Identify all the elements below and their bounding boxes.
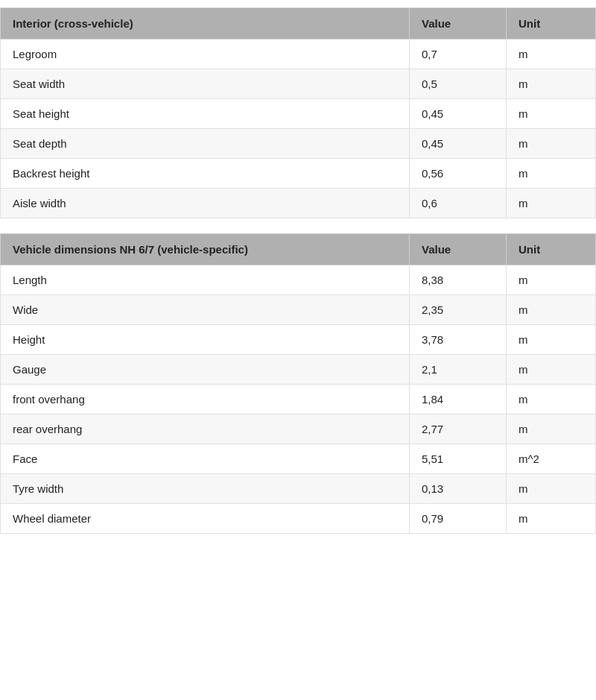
row-1-name: Seat width (1, 69, 410, 99)
row-5-name: Aisle width (1, 189, 410, 218)
table-vehicle-dimensions-header-unit: Unit (507, 234, 596, 265)
row-5-unit: m (507, 189, 596, 218)
row-7-unit: m (507, 474, 596, 504)
row-2-value: 3,78 (410, 325, 507, 355)
page-container: Interior (cross-vehicle)ValueUnitLegroom… (0, 0, 596, 700)
table-row: rear overhang2,77m (1, 414, 596, 444)
row-7-name: Tyre width (1, 474, 410, 504)
row-6-unit: m^2 (507, 444, 596, 474)
row-3-unit: m (507, 355, 596, 385)
row-0-value: 0,7 (410, 40, 507, 69)
row-7-value: 0,13 (410, 474, 507, 504)
table-row: Wide2,35m (1, 295, 596, 325)
table-interior: Interior (cross-vehicle)ValueUnitLegroom… (0, 7, 596, 218)
row-4-unit: m (507, 385, 596, 414)
table-row: Seat height0,45m (1, 99, 596, 129)
row-5-unit: m (507, 414, 596, 444)
row-2-unit: m (507, 99, 596, 129)
row-5-value: 0,6 (410, 189, 507, 218)
table-row: Tyre width0,13m (1, 474, 596, 504)
row-4-name: front overhang (1, 385, 410, 414)
row-0-name: Legroom (1, 40, 410, 69)
row-2-name: Height (1, 325, 410, 355)
row-0-name: Length (1, 265, 410, 295)
row-8-unit: m (507, 504, 596, 534)
table-vehicle-dimensions-header-value: Value (410, 234, 507, 265)
row-2-value: 0,45 (410, 99, 507, 129)
row-5-name: rear overhang (1, 414, 410, 444)
row-8-name: Wheel diameter (1, 504, 410, 534)
row-3-unit: m (507, 129, 596, 159)
row-2-name: Seat height (1, 99, 410, 129)
row-4-name: Backrest height (1, 159, 410, 189)
row-1-name: Wide (1, 295, 410, 325)
table-interior-header-value: Value (410, 8, 507, 40)
row-1-unit: m (507, 295, 596, 325)
row-1-value: 0,5 (410, 69, 507, 99)
row-4-value: 0,56 (410, 159, 507, 189)
table-row: Aisle width0,6m (1, 189, 596, 218)
row-0-value: 8,38 (410, 265, 507, 295)
row-6-value: 5,51 (410, 444, 507, 474)
table-row: Seat depth0,45m (1, 129, 596, 159)
table-interior-header-name: Interior (cross-vehicle) (1, 8, 410, 40)
row-6-name: Face (1, 444, 410, 474)
table-vehicle-dimensions-header-name: Vehicle dimensions NH 6/7 (vehicle-speci… (1, 234, 410, 265)
row-3-value: 0,45 (410, 129, 507, 159)
table-row: Wheel diameter0,79m (1, 504, 596, 534)
table-row: Gauge2,1m (1, 355, 596, 385)
table-vehicle-dimensions: Vehicle dimensions NH 6/7 (vehicle-speci… (0, 233, 596, 534)
table-row: Backrest height0,56m (1, 159, 596, 189)
row-5-value: 2,77 (410, 414, 507, 444)
row-2-unit: m (507, 325, 596, 355)
table-row: Height3,78m (1, 325, 596, 355)
row-0-unit: m (507, 40, 596, 69)
row-3-value: 2,1 (410, 355, 507, 385)
row-0-unit: m (507, 265, 596, 295)
row-1-value: 2,35 (410, 295, 507, 325)
row-4-value: 1,84 (410, 385, 507, 414)
table-interior-header-unit: Unit (507, 8, 596, 40)
row-3-name: Seat depth (1, 129, 410, 159)
table-row: Legroom0,7m (1, 40, 596, 69)
row-4-unit: m (507, 159, 596, 189)
table-row: Face5,51m^2 (1, 444, 596, 474)
row-1-unit: m (507, 69, 596, 99)
table-row: Length8,38m (1, 265, 596, 295)
row-8-value: 0,79 (410, 504, 507, 534)
table-row: Seat width0,5m (1, 69, 596, 99)
row-3-name: Gauge (1, 355, 410, 385)
table-row: front overhang1,84m (1, 385, 596, 414)
